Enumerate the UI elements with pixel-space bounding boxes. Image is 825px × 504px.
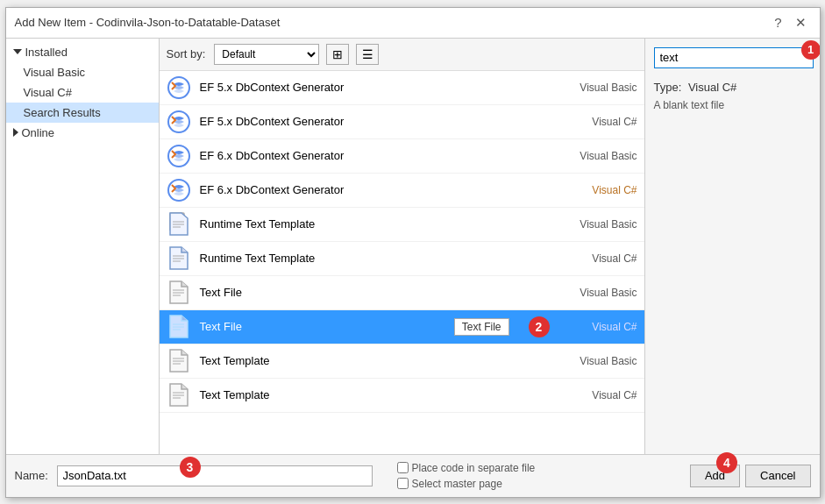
item-name: Runtime Text Template <box>200 217 550 231</box>
item-name: Text File <box>200 286 550 299</box>
search-bar: 1 ✕ <box>654 47 811 68</box>
doc-icon <box>167 315 191 339</box>
ef-icon <box>167 178 191 202</box>
list-item-selected[interactable]: Text File Text File 2 Visual C# <box>160 310 644 344</box>
item-name: EF 5.x DbContext Generator <box>200 81 550 94</box>
sidebar-online-label: Online <box>22 126 55 139</box>
sidebar-installed-label: Installed <box>25 46 68 59</box>
list-item[interactable]: Runtime Text Template Visual C# <box>160 242 644 276</box>
ef-icon <box>167 110 191 134</box>
sidebar-visual-csharp-label: Visual C# <box>24 86 72 99</box>
item-type: Visual Basic <box>558 150 637 162</box>
info-type-value: Visual C# <box>688 81 736 94</box>
close-button[interactable]: ✕ <box>792 13 811 32</box>
info-type-label: Type: <box>654 81 682 94</box>
list-item[interactable]: EF 6.x DbContext Generator Visual Basic <box>160 139 644 174</box>
list-item[interactable]: Runtime Text Template Visual Basic <box>160 208 644 242</box>
sort-select[interactable]: Default <box>214 44 319 65</box>
doc-icon <box>167 349 191 373</box>
items-list[interactable]: EF 5.x DbContext Generator Visual Basic <box>160 71 644 454</box>
name-field-container: 3 <box>57 465 373 486</box>
grid-view-button[interactable]: ⊞ <box>326 44 349 65</box>
title-bar: Add New Item - Codinvila-Json-to-Datatab… <box>6 8 820 39</box>
dialog-title: Add New Item - Codinvila-Json-to-Datatab… <box>15 16 281 29</box>
checkbox-master-page[interactable]: Select master page <box>397 478 536 490</box>
doc-icon <box>167 383 191 408</box>
dialog-body: Installed Visual Basic Visual C# Search … <box>6 39 820 454</box>
list-item[interactable]: Text Template Visual C# <box>160 379 644 413</box>
info-panel: 1 ✕ Type: Visual C# A blank text file <box>644 39 820 454</box>
sidebar-item-search-results[interactable]: Search Results <box>6 103 159 123</box>
sidebar-online-header[interactable]: Online <box>6 123 159 143</box>
installed-chevron-icon <box>13 49 22 54</box>
sidebar-installed-header[interactable]: Installed <box>6 42 159 62</box>
grid-view-icon: ⊞ <box>332 47 343 61</box>
item-name: Text Template <box>200 388 550 401</box>
item-name: EF 5.x DbContext Generator <box>200 115 550 128</box>
doc-icon <box>167 212 191 237</box>
bottom-bar: Name: 3 Place code in separate file Sele… <box>6 454 820 497</box>
search-badge: 1 <box>801 40 820 60</box>
badge-4: 4 <box>716 452 737 473</box>
sidebar: Installed Visual Basic Visual C# Search … <box>6 39 160 454</box>
list-item[interactable]: EF 5.x DbContext Generator Visual C# <box>160 105 644 139</box>
help-button[interactable]: ? <box>769 13 788 32</box>
list-item[interactable]: Text Template Visual Basic <box>160 344 644 379</box>
item-type: Visual C# <box>558 321 637 333</box>
list-view-button[interactable]: ☰ <box>356 44 379 65</box>
title-buttons: ? ✕ <box>769 13 811 32</box>
info-description: A blank text file <box>654 99 811 111</box>
sidebar-search-results-label: Search Results <box>24 106 101 119</box>
item-name: Text Template <box>200 354 550 367</box>
list-view-icon: ☰ <box>362 47 373 61</box>
toolbar: Sort by: Default ⊞ ☰ <box>160 39 644 71</box>
item-name: EF 6.x DbContext Generator <box>200 149 550 162</box>
item-type: Visual C# <box>558 184 637 196</box>
item-type: Visual C# <box>558 389 637 401</box>
ef-icon <box>167 75 191 100</box>
buttons-group: 4 Add Cancel <box>690 465 811 487</box>
item-type: Visual C# <box>558 252 637 265</box>
tooltip-box: Text File <box>454 318 509 336</box>
name-input[interactable] <box>57 465 373 486</box>
item-type: Visual Basic <box>558 82 637 94</box>
checkbox-separate-file-input[interactable] <box>397 462 409 473</box>
item-name: Runtime Text Template <box>200 252 550 265</box>
search-input[interactable] <box>654 47 814 68</box>
list-item[interactable]: EF 5.x DbContext Generator Visual Basic <box>160 71 644 105</box>
checkbox-master-page-input[interactable] <box>397 478 409 489</box>
search-container: 1 <box>654 47 814 68</box>
item-type: Visual C# <box>558 116 637 128</box>
sidebar-item-visual-basic[interactable]: Visual Basic <box>6 62 159 82</box>
item-type: Visual Basic <box>558 287 637 299</box>
cancel-button[interactable]: Cancel <box>745 465 810 487</box>
checkbox-separate-file[interactable]: Place code in separate file <box>397 462 536 474</box>
checkbox-master-page-label: Select master page <box>412 478 502 490</box>
sidebar-item-visual-csharp[interactable]: Visual C# <box>6 82 159 103</box>
item-type: Visual Basic <box>558 218 637 231</box>
item-name: EF 6.x DbContext Generator <box>200 183 550 196</box>
checkbox-group: Place code in separate file Select maste… <box>397 462 536 490</box>
sidebar-visual-basic-label: Visual Basic <box>24 66 86 79</box>
doc-icon <box>167 246 191 271</box>
info-type-row: Type: Visual C# <box>654 81 811 94</box>
checkbox-separate-file-label: Place code in separate file <box>412 462 536 474</box>
doc-icon <box>167 280 191 305</box>
ef-icon <box>167 144 191 168</box>
badge-2: 2 <box>529 316 550 337</box>
online-chevron-icon <box>13 128 18 137</box>
item-name: Text File <box>200 320 438 333</box>
item-type: Visual Basic <box>558 355 637 367</box>
list-item[interactable]: Text File Visual Basic <box>160 276 644 310</box>
name-label: Name: <box>15 469 50 482</box>
badge-3: 3 <box>180 457 201 478</box>
dialog: Add New Item - Codinvila-Json-to-Datatab… <box>5 7 821 498</box>
list-item[interactable]: EF 6.x DbContext Generator Visual C# <box>160 174 644 208</box>
sort-label: Sort by: <box>167 47 206 60</box>
main-area: Sort by: Default ⊞ ☰ <box>160 39 644 454</box>
